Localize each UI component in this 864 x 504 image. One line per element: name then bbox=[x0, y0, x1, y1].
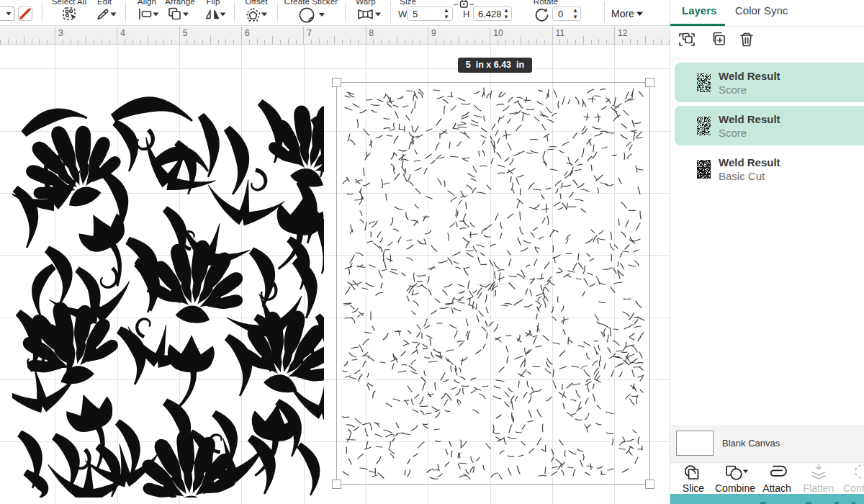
svg-text:H: H bbox=[463, 9, 469, 19]
svg-text:11: 11 bbox=[556, 28, 565, 38]
svg-text:4: 4 bbox=[120, 28, 125, 38]
svg-text:More: More bbox=[611, 8, 634, 19]
svg-text:8: 8 bbox=[369, 28, 374, 38]
svg-text:9: 9 bbox=[431, 28, 436, 38]
svg-text:12: 12 bbox=[618, 28, 628, 38]
svg-text:6: 6 bbox=[245, 28, 250, 38]
svg-text:10: 10 bbox=[493, 28, 503, 38]
svg-text:3: 3 bbox=[58, 28, 63, 38]
svg-text:7: 7 bbox=[307, 28, 312, 38]
svg-text:5: 5 bbox=[183, 28, 188, 38]
